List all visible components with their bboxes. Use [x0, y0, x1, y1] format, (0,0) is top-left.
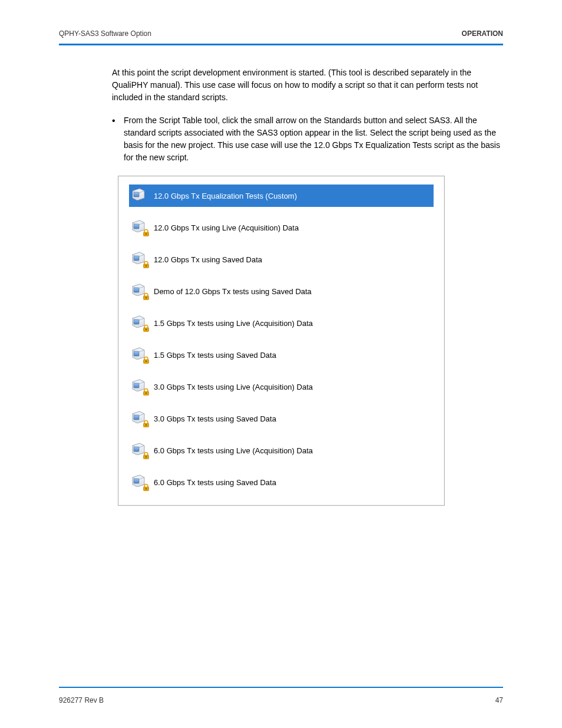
script-list-item[interactable]: 6.0 Gbps Tx tests using Live (Acquisitio…	[129, 439, 434, 462]
script-list-item-label: 1.5 Gbps Tx tests using Saved Data	[154, 351, 276, 360]
script-list-item-label: 3.0 Gbps Tx tests using Saved Data	[154, 414, 276, 423]
script-list-item-label: Demo of 12.0 Gbps Tx tests using Saved D…	[154, 287, 312, 296]
script-list-item[interactable]: 12.0 Gbps Tx using Saved Data	[129, 248, 434, 271]
script-locked-icon	[131, 251, 149, 268]
svg-point-3	[146, 233, 147, 235]
script-list-item[interactable]: 3.0 Gbps Tx tests using Live (Acquisitio…	[129, 375, 434, 398]
lock-icon	[142, 388, 150, 396]
script-locked-icon	[131, 378, 149, 395]
svg-rect-1	[134, 224, 139, 229]
lock-icon	[142, 483, 150, 492]
script-locked-icon	[131, 442, 149, 459]
script-list-item[interactable]: 12.0 Gbps Tx Equalization Tests (Custom)	[129, 185, 434, 207]
lock-icon	[142, 420, 150, 428]
svg-point-6	[146, 265, 147, 266]
script-locked-icon	[131, 474, 149, 490]
footer-left: 926277 Rev B	[59, 696, 104, 704]
lock-icon	[142, 261, 150, 269]
script-icon	[131, 187, 146, 200]
script-locked-icon	[131, 315, 149, 331]
script-list-item-label: 3.0 Gbps Tx tests using Live (Acquisitio…	[154, 383, 313, 391]
svg-rect-19	[134, 415, 139, 420]
lock-icon	[142, 452, 150, 460]
footer-right: 47	[495, 696, 503, 704]
svg-point-12	[146, 329, 147, 330]
lock-icon	[142, 356, 150, 364]
bullet-marker: •	[112, 114, 124, 164]
document-page: QPHY-SAS3 Software Option OPERATION At t…	[0, 0, 562, 728]
script-list-item-label: 1.5 Gbps Tx tests using Live (Acquisitio…	[154, 319, 313, 328]
script-list-item[interactable]: Demo of 12.0 Gbps Tx tests using Saved D…	[129, 280, 434, 302]
svg-rect-0	[134, 192, 139, 197]
script-locked-icon	[131, 219, 149, 236]
intro-paragraph: At this point the script development env…	[59, 67, 503, 104]
script-list-item-label: 12.0 Gbps Tx using Live (Acquisition) Da…	[154, 223, 299, 232]
lock-icon	[142, 324, 150, 332]
header-left: QPHY-SAS3 Software Option	[59, 29, 151, 38]
svg-rect-16	[134, 383, 139, 388]
script-list-figure: 12.0 Gbps Tx Equalization Tests (Custom)…	[118, 176, 445, 506]
lock-icon	[142, 229, 150, 237]
script-list-item-label: 12.0 Gbps Tx Equalization Tests (Custom)	[154, 192, 297, 200]
lock-icon	[142, 292, 150, 301]
footer-rule	[59, 687, 503, 688]
svg-point-21	[146, 424, 147, 426]
page-footer: 926277 Rev B 47	[59, 696, 503, 704]
page-header: QPHY-SAS3 Software Option OPERATION	[59, 29, 503, 38]
svg-point-24	[146, 456, 147, 457]
script-locked-icon	[131, 347, 149, 363]
script-list-item-label: 6.0 Gbps Tx tests using Saved Data	[154, 478, 276, 487]
svg-rect-22	[134, 447, 139, 452]
header-rule	[59, 44, 503, 45]
svg-point-18	[146, 393, 147, 394]
svg-point-27	[146, 488, 147, 489]
script-list-item[interactable]: 6.0 Gbps Tx tests using Saved Data	[129, 471, 434, 493]
script-icon	[131, 187, 149, 204]
script-list-item[interactable]: 1.5 Gbps Tx tests using Saved Data	[129, 344, 434, 366]
script-list-item[interactable]: 12.0 Gbps Tx using Live (Acquisition) Da…	[129, 216, 434, 239]
script-locked-icon	[131, 410, 149, 427]
svg-point-9	[146, 297, 147, 298]
script-list-item[interactable]: 1.5 Gbps Tx tests using Live (Acquisitio…	[129, 312, 434, 334]
svg-rect-10	[134, 319, 139, 324]
script-list-item-label: 12.0 Gbps Tx using Saved Data	[154, 255, 262, 264]
header-right: OPERATION	[462, 29, 503, 38]
svg-rect-4	[134, 256, 139, 261]
svg-point-15	[146, 361, 147, 362]
bullet-item: • From the Script Table tool, click the …	[59, 114, 503, 164]
script-locked-icon	[131, 283, 149, 299]
script-list-item[interactable]: 3.0 Gbps Tx tests using Saved Data	[129, 407, 434, 430]
svg-rect-25	[134, 479, 139, 483]
script-list-item-label: 6.0 Gbps Tx tests using Live (Acquisitio…	[154, 446, 313, 455]
svg-rect-7	[134, 288, 139, 292]
svg-rect-13	[134, 351, 139, 356]
script-list-panel: 12.0 Gbps Tx Equalization Tests (Custom)…	[118, 176, 445, 506]
bullet-text: From the Script Table tool, click the sm…	[124, 114, 503, 164]
